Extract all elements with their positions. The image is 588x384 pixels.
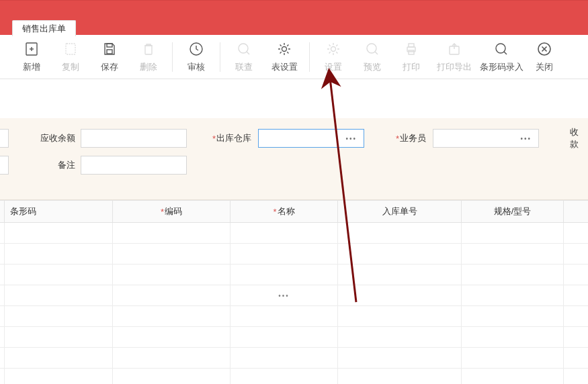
svg-rect-6	[145, 46, 152, 54]
salesman-picker[interactable]	[433, 129, 539, 148]
truncated-input-left[interactable]	[0, 129, 9, 148]
table-cell[interactable]	[564, 285, 588, 305]
lookup-button[interactable]: 联查	[224, 37, 263, 77]
table-cell[interactable]	[564, 327, 588, 347]
th-spec[interactable]: 规格/型号	[462, 201, 564, 222]
table-cell[interactable]	[230, 244, 338, 264]
svg-rect-5	[107, 50, 112, 54]
table-cell[interactable]	[338, 369, 462, 384]
printer-icon	[403, 41, 419, 57]
table-cell[interactable]	[564, 306, 588, 326]
gear-icon	[325, 41, 341, 57]
table-cell[interactable]	[230, 369, 338, 384]
svg-point-10	[331, 46, 336, 51]
table-cell[interactable]	[230, 285, 338, 305]
table-cell[interactable]	[462, 348, 564, 368]
table-cell[interactable]	[5, 223, 113, 243]
balance-input[interactable]	[81, 129, 187, 148]
table-cell[interactable]	[5, 348, 113, 368]
table-cell[interactable]	[5, 244, 113, 264]
table-cell[interactable]	[0, 223, 5, 243]
table-cell[interactable]	[0, 327, 5, 347]
th-in-no[interactable]: 入库单号	[338, 201, 462, 222]
table-cell[interactable]	[0, 369, 5, 384]
table-cell[interactable]	[230, 306, 338, 326]
table-cell[interactable]	[230, 327, 338, 347]
table-cell[interactable]	[5, 369, 113, 384]
table-row[interactable]	[0, 244, 588, 265]
table-cell[interactable]	[5, 306, 113, 326]
table-cell[interactable]	[113, 285, 230, 305]
table-cell[interactable]	[564, 265, 588, 285]
save-button[interactable]: 保存	[90, 37, 129, 77]
table-cell[interactable]	[462, 369, 564, 384]
table-cell[interactable]	[230, 265, 338, 285]
svg-point-9	[282, 46, 287, 51]
table-cell[interactable]	[462, 306, 564, 326]
table-cell[interactable]	[0, 244, 5, 264]
table-cell[interactable]	[564, 348, 588, 368]
tab-label: 销售出库单	[22, 23, 66, 34]
table-cell[interactable]	[0, 306, 5, 326]
table-cell[interactable]	[113, 265, 230, 285]
preview-button[interactable]: 预览	[353, 37, 392, 77]
table-cell[interactable]	[113, 223, 230, 243]
audit-button[interactable]: 审核	[177, 37, 216, 77]
table-cell[interactable]	[113, 306, 230, 326]
table-cell[interactable]	[338, 348, 462, 368]
table-cell[interactable]	[0, 285, 5, 305]
barcode-entry-button[interactable]: 条形码录入	[478, 37, 525, 77]
table-row[interactable]	[0, 265, 588, 285]
table-cell[interactable]	[338, 244, 462, 264]
table-cell[interactable]	[462, 244, 564, 264]
table-cell[interactable]	[5, 265, 113, 285]
table-cell[interactable]	[230, 223, 338, 243]
table-cell[interactable]	[5, 285, 113, 305]
table-cell[interactable]	[113, 244, 230, 264]
th-code[interactable]: *编码	[113, 201, 230, 222]
th-name[interactable]: *名称	[230, 201, 338, 222]
table-cell[interactable]	[230, 348, 338, 368]
table-cell[interactable]	[0, 348, 5, 368]
table-settings-button[interactable]: 表设置	[263, 37, 305, 77]
table-cell[interactable]	[338, 327, 462, 347]
truncated-input-left-2[interactable]	[0, 156, 9, 175]
table-cell[interactable]	[338, 265, 462, 285]
table-row[interactable]	[0, 348, 588, 369]
table-cell[interactable]	[564, 223, 588, 243]
table-cell[interactable]	[564, 369, 588, 384]
table-row[interactable]	[0, 369, 588, 384]
delete-button[interactable]: 删除	[129, 37, 168, 77]
new-button[interactable]: 新增	[12, 37, 51, 77]
table-row[interactable]	[0, 306, 588, 327]
preview-label: 预览	[364, 61, 381, 73]
tab-sales-out[interactable]: 销售出库单	[12, 20, 76, 36]
lookup-label: 联查	[235, 61, 253, 73]
remark-input[interactable]	[81, 156, 187, 175]
table-cell[interactable]	[338, 223, 462, 243]
table-cell[interactable]	[462, 285, 564, 305]
table-cell[interactable]	[0, 265, 5, 285]
copy-button[interactable]: 复制	[51, 37, 90, 77]
table-cell[interactable]	[113, 369, 230, 384]
salesman-label: *业务员	[387, 129, 430, 148]
table-row[interactable]	[0, 285, 588, 306]
table-cell[interactable]	[113, 327, 230, 347]
close-button[interactable]: 关闭	[525, 37, 564, 77]
table-cell[interactable]	[113, 348, 230, 368]
table-row[interactable]	[0, 327, 588, 348]
table-cell[interactable]	[462, 265, 564, 285]
print-button[interactable]: 打印	[392, 37, 431, 77]
warehouse-picker[interactable]	[258, 129, 364, 148]
settings-button[interactable]: 设置	[314, 37, 353, 77]
table-cell[interactable]	[564, 244, 588, 264]
th-barcode[interactable]: 条形码	[5, 201, 113, 222]
print-export-button[interactable]: 打印导出	[431, 37, 478, 77]
table-cell[interactable]	[338, 306, 462, 326]
table-cell[interactable]	[338, 285, 462, 305]
table-cell[interactable]	[462, 223, 564, 243]
table-cell[interactable]	[5, 327, 113, 347]
table-row[interactable]	[0, 223, 588, 244]
table-cell[interactable]	[462, 327, 564, 347]
receipt-label-partial: 收款	[570, 129, 588, 148]
